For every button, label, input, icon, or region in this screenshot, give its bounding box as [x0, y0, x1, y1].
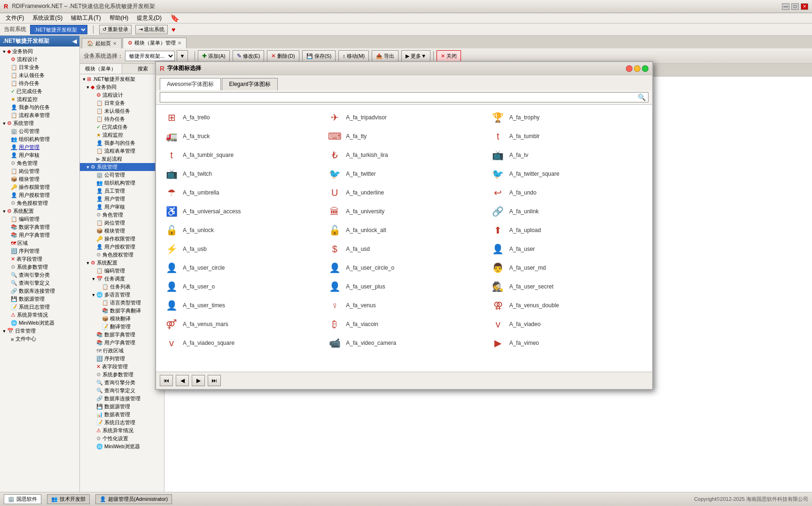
tab-home[interactable]: 🏠 起始页 ✕ — [82, 38, 122, 48]
tree-unclaimed[interactable]: 📋 未认领任务 — [80, 107, 164, 115]
icon-cell-turkish_lira[interactable]: ₺A_fa_turkish_lira — [323, 146, 485, 164]
sidebar-item-sys-config[interactable]: ▼ ⚙ 系统配置 — [0, 207, 79, 215]
status-user[interactable]: 👤 超级管理员(Administrator) — [95, 494, 172, 504]
sidebar-item-dict[interactable]: 📚 数据字典管理 — [0, 223, 79, 231]
tree-sys-param[interactable]: ⚙ 系统参数管理 — [80, 371, 164, 379]
status-company[interactable]: 🏢 国思软件 — [4, 494, 41, 504]
tree-monitor[interactable]: ★ 流程监控 — [80, 131, 164, 139]
btn-export[interactable]: 📤 导出 — [372, 50, 398, 62]
btn-delete[interactable]: ✕ 删除(D) — [267, 50, 299, 62]
menu-feedback[interactable]: 提意见(D) — [133, 13, 165, 23]
icon-dialog-min-btn[interactable] — [634, 65, 640, 72]
sidebar-item-flow-design[interactable]: ⚙ 流程设计 — [0, 55, 79, 63]
tree-seq[interactable]: 🔢 序列管理 — [80, 355, 164, 363]
tree-business[interactable]: ▼ ◆ 业务协同 — [80, 83, 164, 91]
tree-org[interactable]: 👥 组织机构管理 — [80, 179, 164, 187]
tree-data-dict[interactable]: 📚 数据字典管理 — [80, 331, 164, 339]
tree-table-field[interactable]: ✕ 表字段管理 — [80, 363, 164, 371]
tree-role[interactable]: ⚙ 角色管理 — [80, 211, 164, 219]
icon-cell-usd[interactable]: $A_fa_usd — [323, 240, 485, 258]
sidebar-item-business[interactable]: ▼ ◆ 业务协同 — [0, 47, 79, 55]
tree-task-list[interactable]: 📋 任务列表 — [80, 283, 164, 291]
tree-staff[interactable]: 👤 员工管理 — [80, 187, 164, 195]
icon-cell-umbrella[interactable]: ☂A_fa_umbrella — [160, 184, 322, 202]
tree-user-auth[interactable]: 👤 用户授权管理 — [80, 243, 164, 251]
sidebar-item-field[interactable]: ✕ 表字段管理 — [0, 255, 79, 263]
sidebar-item-region[interactable]: 🗺 区域 — [0, 239, 79, 247]
btn-more[interactable]: ▶ 更多▼ — [401, 50, 430, 62]
menu-file[interactable]: 文件(F) — [2, 13, 28, 23]
tab-module-close[interactable]: ✕ — [178, 40, 181, 46]
tree-query-cat[interactable]: 🔍 查询引擎分类 — [80, 379, 164, 387]
icon-cell-unlock[interactable]: 🔓A_fa_unlock — [160, 221, 322, 239]
close-btn[interactable]: ✕ — [801, 3, 808, 10]
icon-cell-undo[interactable]: ↩A_fa_undo — [486, 184, 648, 202]
tree-start-flow[interactable]: ▶ 发起流程 — [80, 155, 164, 163]
icon-cell-underline[interactable]: UA_fa_underline — [323, 184, 485, 202]
tree-sys-config[interactable]: ▼ ⚙ 系统配置 — [80, 259, 164, 267]
tree-dict-trans[interactable]: 📚 数据字典翻译 — [80, 307, 164, 315]
sidebar-item-datasource[interactable]: 💾 数据源管理 — [0, 295, 79, 303]
btn-modify[interactable]: ✎ 修改(E) — [233, 50, 265, 62]
tree-miniweb2[interactable]: 🌐 MiniWeb浏览器 — [80, 443, 164, 451]
maximize-btn[interactable]: □ — [791, 3, 799, 10]
icon-cell-user_md[interactable]: 👨A_fa_user_md — [486, 259, 648, 277]
sidebar-item-company[interactable]: 🏢 公司管理 — [0, 127, 79, 135]
icon-cell-tripadvisor[interactable]: ✈A_fa_tripadvisor — [323, 109, 485, 126]
tree-my-tasks[interactable]: 👤 我参与的任务 — [80, 139, 164, 147]
sidebar-item-exception[interactable]: ⚠ 系统异常情况 — [0, 311, 79, 319]
sidebar-item-user-perm[interactable]: 👤 用户授权管理 — [0, 191, 79, 199]
tree-lang-type[interactable]: 📋 语言类型管理 — [80, 299, 164, 307]
sidebar-item-file-center[interactable]: ■ 文件中心 — [0, 335, 79, 343]
icon-search-button[interactable]: 🔍 — [638, 93, 646, 101]
sidebar-item-role[interactable]: ⚙ 角色管理 — [0, 159, 79, 167]
sidebar-item-completed[interactable]: ✓ 已完成任务 — [0, 87, 79, 95]
tree-role-auth[interactable]: ⚙ 角色授权管理 — [80, 251, 164, 259]
nav-prev[interactable]: ◀ — [176, 375, 189, 386]
tree-company[interactable]: 🏢 公司管理 — [80, 171, 164, 179]
icon-cell-upload[interactable]: ⬆A_fa_upload — [486, 221, 648, 239]
icon-cell-tty[interactable]: ⌨A_fa_tty — [323, 127, 485, 145]
icon-cell-twitch[interactable]: 📺A_fa_twitch — [160, 165, 322, 183]
sidebar-item-pending[interactable]: 📋 待办任务 — [0, 79, 79, 87]
tree-module[interactable]: 📦 模块管理 — [80, 227, 164, 235]
exit-btn[interactable]: ⇥ 退出系统 — [135, 25, 168, 34]
tree-module-trans[interactable]: 📦 模块翻译 — [80, 315, 164, 323]
menu-settings[interactable]: 系统设置(S) — [29, 13, 66, 23]
tree-db-conn[interactable]: 🔗 数据库连接管理 — [80, 395, 164, 403]
icon-cell-university[interactable]: 🏛A_fa_university — [323, 202, 485, 220]
icon-cell-universal_access[interactable]: ♿A_fa_universal_access — [160, 202, 322, 220]
nav-last[interactable]: ⏭ — [208, 375, 221, 386]
icon-cell-viadeo[interactable]: vA_fa_viadeo — [486, 315, 648, 333]
icon-cell-twitter_square[interactable]: 🐦A_fa_twitter_square — [486, 165, 648, 183]
icon-cell-user[interactable]: 👤A_fa_user — [486, 240, 648, 258]
tree-form-mgmt[interactable]: 📋 流程表单管理 — [80, 147, 164, 155]
tree-region[interactable]: 🗺 行政区域 — [80, 347, 164, 355]
sidebar-item-module[interactable]: 📦 模块管理 — [0, 175, 79, 183]
sidebar-item-miniweb[interactable]: 🌐 MiniWeb浏览器 — [0, 319, 79, 327]
tree-i18n[interactable]: ▼ 🌐 多语言管理 — [80, 291, 164, 299]
icon-cell-user_secret[interactable]: 🕵A_fa_user_secret — [486, 278, 648, 296]
icon-cell-trophy[interactable]: 🏆A_fa_trophy — [486, 109, 648, 126]
sidebar-item-query-class[interactable]: 🔍 查询引擎分类 — [0, 271, 79, 279]
tab-home-close[interactable]: ✕ — [113, 41, 117, 46]
sidebar-item-role-perm[interactable]: ⚙ 角色授权管理 — [0, 199, 79, 207]
tree-op-perm[interactable]: 🔑 操作权限管理 — [80, 235, 164, 243]
sidebar-item-op-perm[interactable]: 🔑 操作权限管理 — [0, 183, 79, 191]
sidebar-item-unclaimed[interactable]: 📋 未认领任务 — [0, 71, 79, 79]
tree-query-def[interactable]: 🔍 查询引擎定义 — [80, 387, 164, 395]
sidebar-item-user-mgmt[interactable]: 👤 用户管理 — [0, 143, 79, 151]
icon-cell-unlock_alt[interactable]: 🔓A_fa_unlock_alt — [323, 221, 485, 239]
icon-dialog-max-btn[interactable] — [642, 65, 648, 72]
tree-syslog2[interactable]: 📝 系统日志管理 — [80, 419, 164, 427]
btn-save[interactable]: 💾 保存(S) — [302, 50, 336, 62]
icon-cell-twitter[interactable]: 🐦A_fa_twitter — [323, 165, 485, 183]
sidebar-item-syslog[interactable]: 📝 系统日志管理 — [0, 303, 79, 311]
icon-cell-user_plus[interactable]: 👤A_fa_user_plus — [323, 278, 485, 296]
sidebar-item-org[interactable]: 👥 组织机构管理 — [0, 135, 79, 143]
icon-search-input[interactable] — [160, 92, 648, 102]
tree-personalize[interactable]: ⚙ 个性化设置 — [80, 435, 164, 443]
icon-dialog-close-btn[interactable] — [626, 65, 632, 72]
sidebar-item-db-connect[interactable]: 🔗 数据库连接管理 — [0, 287, 79, 295]
icon-cell-truck[interactable]: 🚛A_fa_truck — [160, 127, 322, 145]
